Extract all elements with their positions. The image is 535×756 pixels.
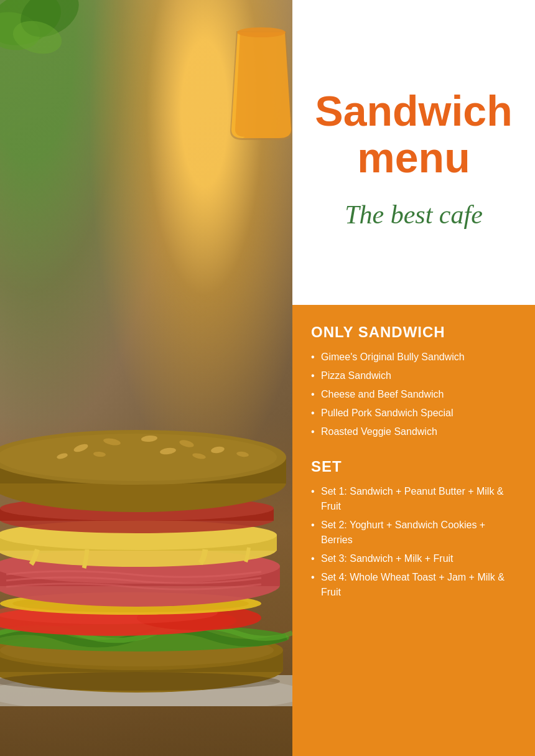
only-sandwich-list: Gimee's Original Bully Sandwich Pizza Sa… [311, 350, 516, 439]
list-item: Gimee's Original Bully Sandwich [311, 350, 516, 365]
right-content-panel: Sandwich menu The best cafe ONLY SANDWIC… [292, 0, 535, 756]
title-line2: menu [357, 134, 470, 181]
left-photo-panel [0, 0, 292, 756]
list-item: Cheese and Beef Sandwich [311, 387, 516, 402]
list-item: Set 2: Yoghurt + Sandwich Cookies + Berr… [311, 518, 516, 548]
set-section: SET Set 1: Sandwich + Peanut Butter + Mi… [311, 458, 516, 600]
title-line1: Sandwich [315, 87, 512, 134]
list-item: Pizza Sandwich [311, 368, 516, 383]
list-item: Set 4: Whole Wheat Toast + Jam + Milk & … [311, 570, 516, 600]
menu-title: Sandwich menu [311, 88, 516, 181]
svg-point-36 [237, 27, 286, 37]
svg-point-24 [0, 434, 277, 481]
sandwich-illustration [0, 271, 292, 706]
set-heading: SET [311, 458, 516, 475]
juice-glass [224, 19, 292, 143]
set-list: Set 1: Sandwich + Peanut Butter + Milk &… [311, 484, 516, 600]
cafe-subtitle: The best cafe [311, 200, 516, 230]
svg-point-35 [0, 672, 280, 691]
list-item: Set 3: Sandwich + Milk + Fruit [311, 551, 516, 566]
list-item: Pulled Pork Sandwich Special [311, 406, 516, 421]
menu-section: ONLY SANDWICH Gimee's Original Bully San… [292, 305, 535, 756]
list-item: Set 1: Sandwich + Peanut Butter + Milk &… [311, 484, 516, 514]
list-item: Roasted Veggie Sandwich [311, 424, 516, 439]
herbs-decoration [0, 0, 100, 75]
only-sandwich-heading: ONLY SANDWICH [311, 324, 516, 341]
header-section: Sandwich menu The best cafe [292, 0, 535, 305]
